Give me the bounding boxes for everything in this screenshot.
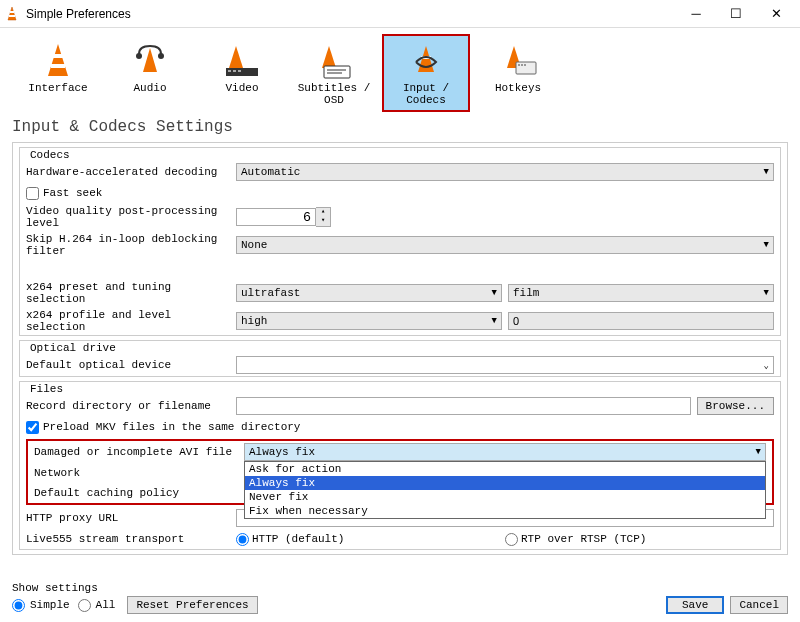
close-button[interactable]: ✕: [756, 2, 796, 26]
section-title: Input & Codecs Settings: [0, 114, 800, 142]
avi-select[interactable]: Always fix▼ Ask for action Always fix Ne…: [244, 443, 766, 461]
skip-label: Skip H.264 in-loop deblocking filter: [26, 233, 236, 257]
reset-button[interactable]: Reset Preferences: [127, 596, 257, 614]
spinner-down[interactable]: ▾: [316, 217, 330, 226]
audio-icon: [110, 40, 190, 82]
x264-tuning-select[interactable]: film▼: [508, 284, 774, 302]
chevron-down-icon: ▼: [492, 288, 497, 298]
network-title: Network: [34, 467, 244, 479]
interface-icon: [18, 40, 98, 82]
x264-preset-select[interactable]: ultrafast▼: [236, 284, 502, 302]
subtitles-icon: [294, 40, 374, 82]
avi-option-always[interactable]: Always fix: [245, 476, 765, 490]
svg-rect-21: [516, 62, 536, 74]
radio-rtp[interactable]: [505, 533, 518, 546]
radio-all-label: All: [96, 599, 116, 611]
highlighted-area: Damaged or incomplete AVI file Always fi…: [26, 439, 774, 505]
group-codecs-title: Codecs: [26, 149, 74, 161]
svg-marker-14: [322, 46, 336, 68]
x264-level-input[interactable]: [508, 312, 774, 330]
save-button[interactable]: Save: [666, 596, 724, 614]
chevron-down-icon: ▼: [764, 240, 769, 250]
chevron-down-icon: ▼: [764, 167, 769, 177]
hotkeys-icon: [478, 40, 558, 82]
tab-interface[interactable]: Interface: [14, 34, 102, 112]
group-optical: Optical drive Default optical device ⌄: [19, 340, 781, 377]
svg-rect-22: [518, 64, 520, 66]
fast-seek-label: Fast seek: [43, 187, 102, 199]
x264-preset-label: x264 preset and tuning selection: [26, 281, 236, 305]
window-title: Simple Preferences: [26, 7, 676, 21]
svg-marker-9: [229, 46, 243, 68]
prefs-toolbar: Interface Audio Video Subtitles / OSD In…: [0, 28, 800, 114]
radio-simple[interactable]: [12, 599, 25, 612]
radio-simple-label: Simple: [30, 599, 70, 611]
tab-subtitles[interactable]: Subtitles / OSD: [290, 34, 378, 112]
vq-input[interactable]: [236, 208, 316, 226]
skip-select[interactable]: None▼: [236, 236, 774, 254]
tab-video[interactable]: Video: [198, 34, 286, 112]
video-icon: [202, 40, 282, 82]
avi-option-never[interactable]: Never fix: [245, 490, 765, 504]
tab-input-codecs[interactable]: Input / Codecs: [382, 34, 470, 112]
chevron-down-icon: ⌄: [764, 360, 769, 371]
svg-rect-15: [324, 66, 350, 78]
browse-button[interactable]: Browse...: [697, 397, 774, 415]
svg-rect-13: [238, 70, 241, 72]
live555-label: Live555 stream transport: [26, 533, 236, 545]
x264-profile-label: x264 profile and level selection: [26, 309, 236, 333]
fast-seek-checkbox[interactable]: [26, 187, 39, 200]
group-optical-title: Optical drive: [26, 342, 120, 354]
svg-rect-5: [51, 64, 65, 68]
radio-http-label: HTTP (default): [252, 533, 344, 545]
svg-rect-23: [521, 64, 523, 66]
radio-all[interactable]: [78, 599, 91, 612]
svg-marker-0: [8, 7, 16, 20]
svg-marker-3: [48, 44, 68, 76]
chevron-down-icon: ▼: [764, 288, 769, 298]
avi-option-ask[interactable]: Ask for action: [245, 462, 765, 476]
cancel-button[interactable]: Cancel: [730, 596, 788, 614]
proxy-label: HTTP proxy URL: [26, 512, 236, 524]
svg-rect-2: [9, 15, 15, 17]
svg-point-7: [136, 53, 142, 59]
tab-audio[interactable]: Audio: [106, 34, 194, 112]
radio-rtp-label: RTP over RTSP (TCP): [521, 533, 646, 545]
avi-dropdown-list: Ask for action Always fix Never fix Fix …: [244, 461, 766, 519]
preload-mkv-label: Preload MKV files in the same directory: [43, 421, 300, 433]
record-dir-input[interactable]: [236, 397, 691, 415]
optical-device-label: Default optical device: [26, 359, 236, 371]
chevron-down-icon: ▼: [756, 447, 761, 457]
preload-mkv-checkbox[interactable]: [26, 421, 39, 434]
svg-rect-4: [53, 54, 63, 58]
radio-http[interactable]: [236, 533, 249, 546]
avi-label: Damaged or incomplete AVI file: [34, 446, 244, 458]
vlc-cone-icon: [4, 6, 20, 22]
group-files-title: Files: [26, 383, 67, 395]
record-dir-label: Record directory or filename: [26, 400, 236, 412]
show-settings-label: Show settings: [12, 582, 258, 594]
x264-profile-select[interactable]: high▼: [236, 312, 502, 330]
svg-rect-12: [233, 70, 236, 72]
caching-label: Default caching policy: [34, 487, 244, 499]
hw-accel-label: Hardware-accelerated decoding: [26, 166, 236, 178]
group-codecs: Codecs Hardware-accelerated decoding Aut…: [19, 147, 781, 336]
avi-option-necessary[interactable]: Fix when necessary: [245, 504, 765, 518]
tab-hotkeys[interactable]: Hotkeys: [474, 34, 562, 112]
svg-point-8: [158, 53, 164, 59]
svg-rect-24: [524, 64, 526, 66]
minimize-button[interactable]: ─: [676, 2, 716, 26]
svg-rect-11: [228, 70, 231, 72]
group-files: Files Record directory or filename Brows…: [19, 381, 781, 550]
maximize-button[interactable]: ☐: [716, 2, 756, 26]
svg-rect-1: [10, 11, 14, 13]
input-codecs-icon: [386, 40, 466, 82]
vq-label: Video quality post-processing level: [26, 205, 236, 229]
optical-device-select[interactable]: ⌄: [236, 356, 774, 374]
chevron-down-icon: ▼: [492, 316, 497, 326]
window-titlebar: Simple Preferences ─ ☐ ✕: [0, 0, 800, 28]
hw-accel-select[interactable]: Automatic▼: [236, 163, 774, 181]
svg-marker-6: [143, 48, 157, 72]
